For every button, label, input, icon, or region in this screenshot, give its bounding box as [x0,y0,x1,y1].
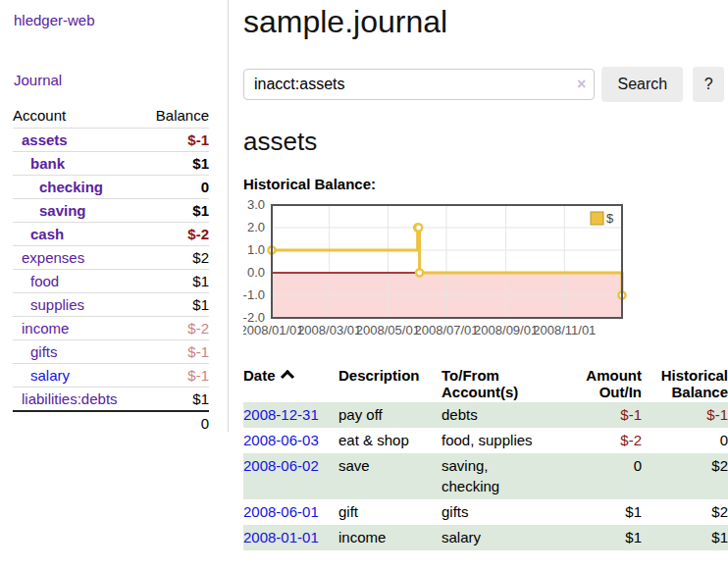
transaction-description: pay off [338,402,442,428]
svg-text:$: $ [606,211,614,226]
search-button[interactable]: Search [601,67,683,102]
account-row: checking0 [13,176,209,199]
svg-text:2.0: 2.0 [247,220,265,234]
transaction-accounts: saving, checking [442,453,569,500]
svg-text:2008/11/01: 2008/11/01 [533,323,596,337]
account-row: income$-2 [13,317,209,340]
transaction-accounts: food, supplies [442,428,569,453]
transaction-description: gift [338,499,442,525]
svg-text:3.0: 3.0 [247,198,265,212]
date-link[interactable]: 2008-01-01 [243,529,319,545]
transaction-amount: $1 [569,499,642,525]
transaction-accounts: gifts [442,499,569,525]
help-button[interactable]: ? [693,67,724,102]
transaction-amount: $-2 [569,428,642,453]
account-row: liabilities:debts$1 [13,388,209,412]
svg-text:1.0: 1.0 [247,242,265,257]
date-link[interactable]: 2008-06-02 [243,457,319,474]
register-row[interactable]: 2008-01-01incomesalary$1$1 [243,525,728,550]
transaction-balance: $-1 [642,402,728,428]
transaction-amount: $1 [569,525,642,550]
account-link[interactable]: bank [30,155,65,172]
account-link[interactable]: gifts [30,343,58,360]
account-balance: $-2 [143,317,209,340]
register-table: Date Description To/From Account(s) Amou… [243,365,728,550]
transaction-amount: 0 [569,453,642,500]
transaction-date-link[interactable]: 2008-01-01 [243,525,338,550]
account-link[interactable]: salary [30,367,70,384]
transaction-description: eat & shop [338,428,442,453]
sort-ascending-icon [280,370,293,384]
svg-text:2008/03/01: 2008/03/01 [297,323,361,337]
account-link[interactable]: assets [22,131,68,148]
accounts-total-row: 0 [13,411,209,435]
account-link[interactable]: income [22,320,69,337]
account-heading: assets [243,127,724,157]
account-balance: $1 [143,199,209,223]
total-balance: 0 [143,411,209,435]
svg-text:0.0: 0.0 [247,265,265,280]
date-link[interactable]: 2008-06-01 [243,503,319,520]
register-header-balance: Historical Balance [642,365,728,402]
register-row[interactable]: 2008-06-02savesaving, checking0$2 [243,453,728,500]
transaction-description: income [338,525,442,550]
register-row[interactable]: 2008-12-31pay offdebts$-1$-1 [243,402,728,428]
account-link[interactable]: expenses [22,249,84,266]
account-row: assets$-1 [13,129,209,152]
sidebar-divider [228,0,229,432]
clear-search-icon[interactable]: × [577,75,586,94]
transaction-date-link[interactable]: 2008-12-31 [243,402,338,428]
hledger-web-app: hledger-web Journal Account Balance asse… [0,0,728,571]
chart-title: Historical Balance: [243,176,724,192]
account-balance: $1 [143,388,209,412]
date-link[interactable]: 2008-06-03 [243,432,319,448]
transaction-amount: $-1 [569,402,642,428]
transaction-balance: $2 [642,499,728,525]
search-form: × Search ? [243,67,724,102]
accounts-header-account: Account [13,104,143,129]
register-row[interactable]: 2008-06-03eat & shopfood, supplies$-20 [243,428,728,453]
account-balance: 0 [143,176,209,199]
svg-text:2008/05/01: 2008/05/01 [356,323,420,337]
register-header-description: Description [338,365,442,402]
date-link[interactable]: 2008-12-31 [243,406,319,423]
register-header-amount: Amount Out/In [569,365,642,402]
accounts-balance-table: Account Balance assets$-1bank$1checking0… [13,104,209,435]
account-row: saving$1 [13,199,209,223]
svg-text:2008/07/01: 2008/07/01 [414,323,478,337]
page-title: sample.journal [243,4,724,40]
transaction-accounts: salary [442,525,569,550]
account-link[interactable]: supplies [30,296,84,313]
transaction-description: save [338,453,442,500]
register-row[interactable]: 2008-06-01giftgifts$1$2 [243,499,728,525]
journal-link[interactable]: Journal [14,72,228,88]
account-row: food$1 [13,270,209,293]
account-balance: $1 [143,270,209,293]
account-link[interactable]: food [30,273,59,289]
account-link[interactable]: checking [39,179,103,195]
svg-text:2008/09/01: 2008/09/01 [474,323,538,337]
transaction-date-link[interactable]: 2008-06-01 [243,499,338,525]
app-title-link[interactable]: hledger-web [14,12,228,28]
transaction-accounts: debts [442,402,569,428]
account-link[interactable]: liabilities:debts [22,390,118,407]
account-row: bank$1 [13,152,209,176]
transaction-date-link[interactable]: 2008-06-02 [243,453,338,500]
account-link[interactable]: cash [30,226,64,242]
search-box: × [243,69,595,100]
register-header-row: Date Description To/From Account(s) Amou… [243,365,728,402]
transaction-balance: $1 [642,525,728,550]
account-link[interactable]: saving [39,202,86,219]
register-header-account: To/From Account(s) [442,365,569,402]
account-balance: $-1 [143,129,209,152]
account-balance: $-1 [143,340,209,364]
accounts-header-balance: Balance [143,104,209,129]
register-header-date[interactable]: Date [243,365,338,402]
sidebar: hledger-web Journal Account Balance asse… [0,0,228,571]
account-row: supplies$1 [13,293,209,317]
balance-chart[interactable]: $3.02.01.00.0-1.0-2.02008/01/012008/03/0… [243,198,724,345]
svg-text:2008/01/01: 2008/01/01 [243,323,304,337]
account-row: gifts$-1 [13,340,209,364]
search-input[interactable] [243,69,595,100]
transaction-date-link[interactable]: 2008-06-03 [243,428,338,453]
